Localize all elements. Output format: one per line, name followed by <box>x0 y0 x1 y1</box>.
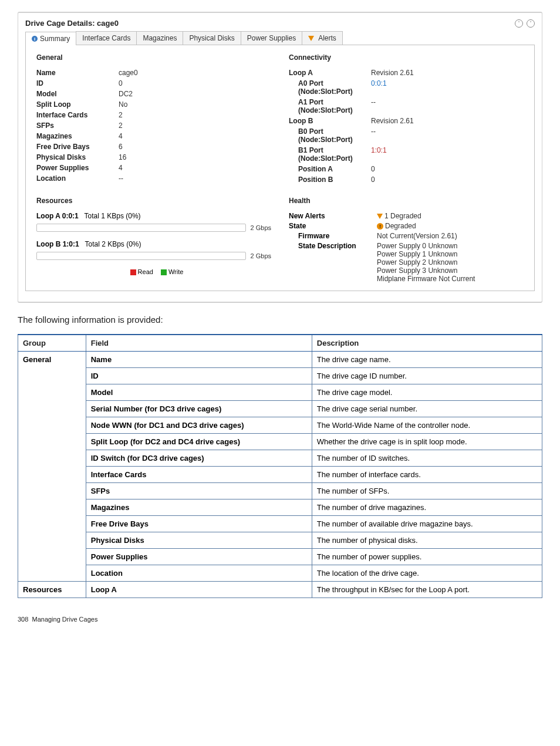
general-value: -- <box>119 174 123 183</box>
general-section: General Namecage0ID0ModelDC2Split LoopNo… <box>36 53 271 186</box>
state-desc-label: State Description <box>289 242 377 283</box>
pos-a-label: Position A <box>289 165 371 173</box>
tab-magazines[interactable]: Magazines <box>136 31 183 45</box>
desc-cell: The World-Wide Name of the controller no… <box>312 417 542 434</box>
desc-cell: The drive cage serial number. <box>312 401 542 417</box>
body-text: The following information is provided: <box>18 315 542 325</box>
general-value: No <box>119 100 127 109</box>
connectivity-section: Connectivity Loop ARevision 2.61 A0 Port… <box>289 53 524 186</box>
new-alerts-label: New Alerts <box>289 212 377 220</box>
loop-a-label: Loop A <box>289 69 371 77</box>
desc-cell: The number of drive magazines. <box>312 499 542 516</box>
th-field: Field <box>86 335 312 352</box>
tab-content: General Namecage0ID0ModelDC2Split LoopNo… <box>25 45 535 291</box>
section-heading-connectivity: Connectivity <box>289 53 524 62</box>
field-cell: Model <box>86 384 312 401</box>
field-cell: Node WWN (for DC1 and DC3 drive cages) <box>86 417 312 434</box>
a1-port-label: A1 Port (Node:Slot:Port) <box>289 98 371 114</box>
section-heading-health: Health <box>289 197 524 205</box>
collapse-up-icon[interactable]: ˄ <box>515 19 523 28</box>
loop-b-heading: Loop B 1:0:1 Total 2 KBps (0%) <box>36 240 271 248</box>
group-cell: Resources <box>18 582 86 598</box>
desc-cell: Whether the drive cage is in split loop … <box>312 434 542 450</box>
general-value: DC2 <box>119 90 133 98</box>
desc-cell: The drive cage ID number. <box>312 368 542 384</box>
general-key: Free Drive Bays <box>36 143 119 151</box>
field-cell: Name <box>86 352 312 368</box>
tab-summary[interactable]: i Summary <box>25 32 76 45</box>
general-key: Split Loop <box>36 100 119 109</box>
b1-port-value[interactable]: 1:0:1 <box>371 146 387 163</box>
general-value: cage0 <box>119 69 138 77</box>
general-value: 4 <box>119 164 123 172</box>
loop-a-bar <box>36 224 246 232</box>
field-cell: Loop A <box>86 582 312 598</box>
loop-b-cap: 2 Gbps <box>251 252 271 259</box>
section-heading-general: General <box>36 53 271 62</box>
collapse-down-icon[interactable]: ˅ <box>527 19 535 28</box>
a0-port-value[interactable]: 0:0:1 <box>371 79 387 96</box>
tab-interface-cards[interactable]: Interface Cards <box>76 31 137 45</box>
alert-icon <box>308 36 314 41</box>
legend-read-swatch <box>130 269 136 275</box>
loop-b-bar <box>36 252 246 260</box>
state-value: !Degraded <box>377 222 524 230</box>
general-value: 2 <box>119 111 123 119</box>
tab-label: Interface Cards <box>82 34 130 42</box>
field-cell: Power Supplies <box>86 549 312 565</box>
general-key: Location <box>36 174 119 183</box>
field-cell: ID <box>86 368 312 384</box>
general-value: 0 <box>119 79 123 87</box>
field-cell: Magazines <box>86 499 312 516</box>
group-cell: General <box>18 352 86 582</box>
tab-label: Magazines <box>143 34 177 42</box>
field-cell: Location <box>86 565 312 582</box>
health-section: Health New Alerts1 Degraded State!Degrad… <box>289 197 524 285</box>
general-key: Physical Disks <box>36 153 119 161</box>
b1-port-label: B1 Port (Node:Slot:Port) <box>289 146 371 163</box>
state-desc-value: Power Supply 0 UnknownPower Supply 1 Unk… <box>377 242 524 283</box>
field-cell: SFPs <box>86 483 312 499</box>
new-alerts-value[interactable]: 1 Degraded <box>377 212 524 220</box>
a0-port-label: A0 Port (Node:Slot:Port) <box>289 79 371 96</box>
pos-a-value: 0 <box>371 165 375 173</box>
tab-alerts[interactable]: Alerts <box>302 31 343 45</box>
th-group: Group <box>18 335 86 352</box>
desc-cell: The drive cage name. <box>312 352 542 368</box>
desc-cell: The number of ID switches. <box>312 450 542 467</box>
loop-b-label: Loop B <box>289 117 371 125</box>
drive-cage-panel: Drive Cage Details: cage0 ˄ ˅ i Summary … <box>18 12 542 303</box>
general-key: SFPs <box>36 121 119 130</box>
tab-label: Alerts <box>318 34 336 42</box>
desc-cell: The number of SFPs. <box>312 483 542 499</box>
general-key: ID <box>36 79 119 87</box>
footer-title: Managing Drive Cages <box>32 616 97 623</box>
general-key: Name <box>36 69 119 77</box>
pos-b-value: 0 <box>371 175 375 184</box>
desc-cell: The throughput in KB/sec for the Loop A … <box>312 582 542 598</box>
general-value: 16 <box>119 153 126 161</box>
degraded-arrow-icon <box>377 214 383 219</box>
general-key: Magazines <box>36 132 119 140</box>
info-table: Group Field Description GeneralNameThe d… <box>18 334 542 598</box>
general-key: Interface Cards <box>36 111 119 119</box>
loop-a-rev: Revision 2.61 <box>371 69 414 77</box>
legend: Read Write <box>36 268 271 275</box>
loop-a-heading: Loop A 0:0:1 Total 1 KBps (0%) <box>36 212 271 220</box>
tab-power-supplies[interactable]: Power Supplies <box>241 31 302 45</box>
desc-cell: The number of available drive magazine b… <box>312 516 542 532</box>
tab-physical-disks[interactable]: Physical Disks <box>183 31 241 45</box>
field-cell: Free Drive Bays <box>86 516 312 532</box>
field-cell: Split Loop (for DC2 and DC4 drive cages) <box>86 434 312 450</box>
a1-port-value: -- <box>371 98 376 114</box>
tab-label: Physical Disks <box>189 34 234 42</box>
desc-cell: The drive cage model. <box>312 384 542 401</box>
firmware-label: Firmware <box>289 232 377 240</box>
general-value: 6 <box>119 143 123 151</box>
loop-a-cap: 2 Gbps <box>251 224 271 231</box>
general-value: 4 <box>119 132 123 140</box>
panel-header-icons: ˄ ˅ <box>515 19 535 28</box>
desc-cell: The location of the drive cage. <box>312 565 542 582</box>
degraded-icon: ! <box>377 223 383 229</box>
legend-write-swatch <box>161 269 167 275</box>
